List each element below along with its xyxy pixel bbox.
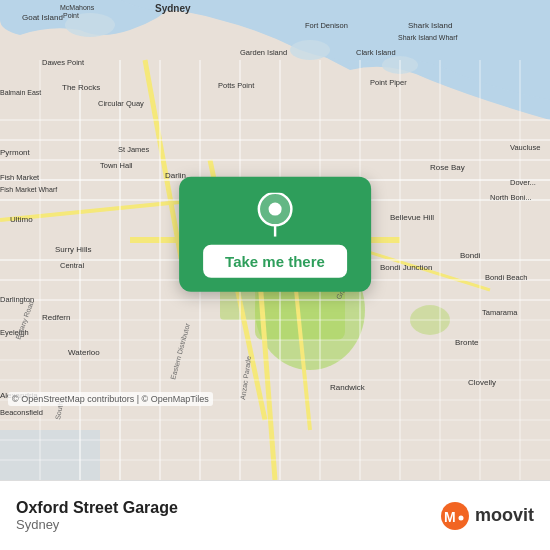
moovit-icon: M bbox=[439, 500, 471, 532]
location-name: Oxford Street Garage bbox=[16, 499, 178, 517]
svg-text:McMahons: McMahons bbox=[60, 4, 95, 11]
svg-text:Surry Hills: Surry Hills bbox=[55, 245, 91, 254]
svg-point-97 bbox=[458, 515, 463, 520]
svg-text:Waterloo: Waterloo bbox=[68, 348, 100, 357]
svg-text:Potts Point: Potts Point bbox=[218, 81, 255, 90]
svg-text:Bondi Junction: Bondi Junction bbox=[380, 263, 432, 272]
svg-text:Clovelly: Clovelly bbox=[468, 378, 496, 387]
svg-text:Point Piper: Point Piper bbox=[370, 78, 407, 87]
svg-text:Rose Bay: Rose Bay bbox=[430, 163, 465, 172]
svg-text:Bellevue Hill: Bellevue Hill bbox=[390, 213, 434, 222]
svg-text:Point: Point bbox=[63, 12, 79, 19]
svg-text:Balmain East: Balmain East bbox=[0, 89, 41, 96]
svg-text:Sydney: Sydney bbox=[155, 3, 191, 14]
svg-text:Fort Denison: Fort Denison bbox=[305, 21, 348, 30]
svg-text:Fish Market Wharf: Fish Market Wharf bbox=[0, 186, 57, 193]
map-container: Goat Island McMahons Point Sydney Fort D… bbox=[0, 0, 550, 480]
pin-icon bbox=[253, 193, 297, 237]
svg-text:Beaconsfield: Beaconsfield bbox=[0, 408, 43, 417]
bottom-bar: Oxford Street Garage Sydney M moovit bbox=[0, 480, 550, 550]
svg-text:Clark Island: Clark Island bbox=[356, 48, 396, 57]
svg-text:The Rocks: The Rocks bbox=[62, 83, 100, 92]
svg-text:Central: Central bbox=[60, 261, 85, 270]
svg-point-2 bbox=[290, 40, 330, 60]
svg-text:Goat Island: Goat Island bbox=[22, 13, 63, 22]
svg-text:Circular Quay: Circular Quay bbox=[98, 99, 144, 108]
svg-text:Dover...: Dover... bbox=[510, 178, 536, 187]
svg-rect-4 bbox=[0, 430, 100, 480]
svg-text:Bondi Beach: Bondi Beach bbox=[485, 273, 528, 282]
moovit-text: moovit bbox=[475, 505, 534, 526]
svg-text:Dawes Point: Dawes Point bbox=[42, 58, 85, 67]
svg-point-94 bbox=[268, 203, 281, 216]
svg-text:North Boni...: North Boni... bbox=[490, 193, 532, 202]
svg-text:Bronte: Bronte bbox=[455, 338, 479, 347]
svg-text:Pyrmont: Pyrmont bbox=[0, 148, 31, 157]
svg-text:Tamarama: Tamarama bbox=[482, 308, 518, 317]
take-me-there-button[interactable]: Take me there bbox=[203, 245, 347, 278]
location-info: Oxford Street Garage Sydney bbox=[16, 499, 178, 532]
svg-text:Garden Island: Garden Island bbox=[240, 48, 287, 57]
svg-text:St James: St James bbox=[118, 145, 150, 154]
svg-text:Bondi: Bondi bbox=[460, 251, 481, 260]
moovit-logo[interactable]: M moovit bbox=[439, 500, 534, 532]
map-attribution: © OpenStreetMap contributors | © OpenMap… bbox=[8, 392, 213, 406]
popup-card: Take me there bbox=[179, 177, 371, 292]
svg-text:M: M bbox=[444, 509, 456, 525]
svg-text:Ultimo: Ultimo bbox=[10, 215, 33, 224]
location-sub: Sydney bbox=[16, 517, 178, 532]
svg-text:Shark Island: Shark Island bbox=[408, 21, 452, 30]
svg-text:Fish Market: Fish Market bbox=[0, 173, 40, 182]
svg-text:Randwick: Randwick bbox=[330, 383, 366, 392]
svg-text:Redfern: Redfern bbox=[42, 313, 70, 322]
svg-point-98 bbox=[459, 522, 463, 526]
svg-text:Vaucluse: Vaucluse bbox=[510, 143, 540, 152]
svg-text:Town Hall: Town Hall bbox=[100, 161, 133, 170]
svg-text:Shark Island Wharf: Shark Island Wharf bbox=[398, 34, 458, 41]
